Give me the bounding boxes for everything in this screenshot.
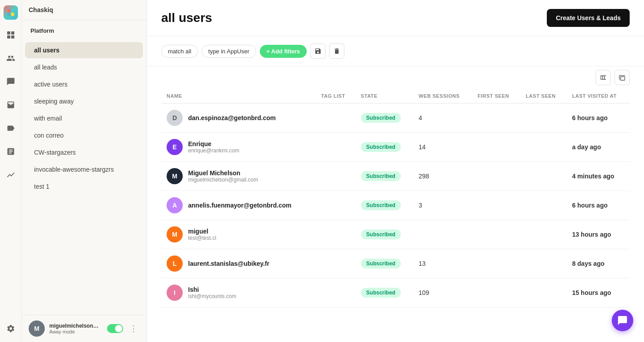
columns-view-button[interactable] (596, 70, 611, 85)
nav-chat-icon[interactable] (3, 74, 19, 90)
user-first-seen (472, 162, 520, 191)
icon-sidebar (0, 0, 21, 342)
type-filter[interactable]: type in AppUser (202, 45, 256, 58)
user-avatar: M (167, 168, 183, 184)
away-mode-toggle[interactable] (107, 324, 123, 333)
user-display-name: laurent.stanislas@ubikey.fr (188, 260, 269, 267)
card-view-button[interactable] (614, 70, 630, 85)
nav-article-icon[interactable] (3, 143, 19, 160)
table-row[interactable]: D dan.espinoza@getonbrd.com Subscribed46… (161, 104, 630, 133)
user-display-name: miguel (188, 228, 216, 235)
nav-grid-icon[interactable] (3, 27, 19, 43)
app-name: Chaskiq (29, 6, 53, 13)
user-web-sessions: 14 (413, 133, 472, 162)
table-controls (147, 66, 644, 89)
user-state: Subscribed (356, 191, 413, 220)
user-last-seen (520, 249, 567, 278)
svg-rect-7 (11, 35, 14, 39)
table-header: NAME TAG LIST STATE WEB SESSIONS FIRST S… (161, 89, 630, 104)
user-display-name: dan.espinoza@getonbrd.com (188, 114, 276, 121)
user-last-seen (520, 104, 567, 133)
user-name-cell: M Miguel Michelson miguelmichelson@gmail… (161, 162, 316, 191)
nav-chart-icon[interactable] (3, 167, 19, 183)
svg-point-1 (11, 9, 14, 13)
subscribed-badge: Subscribed (361, 171, 401, 181)
user-name-cell: I Ishi ishi@mycounts.com (161, 278, 316, 307)
user-last-visited-at: 15 hours ago (567, 278, 630, 307)
sidebar-nav: all usersall leadsactive userssleeping a… (21, 38, 146, 315)
subscribed-badge: Subscribed (361, 229, 401, 239)
user-info: Miguel Michelson miguelmichelson@gmail.c… (188, 169, 258, 183)
sidebar-item-with-email[interactable]: with email (25, 110, 143, 126)
sidebar-item-cw-stargazers[interactable]: CW-stargazers (25, 144, 143, 160)
save-filter-button[interactable] (310, 43, 326, 59)
col-last-seen: LAST SEEN (520, 89, 567, 104)
user-tag-list (316, 220, 356, 249)
nav-settings-icon[interactable] (3, 320, 19, 337)
user-avatar: I (167, 285, 183, 301)
table-row[interactable]: A annelis.fuenmayor@getonbrd.com Subscri… (161, 191, 630, 220)
sidebar-item-sleeping-away[interactable]: sleeping away (25, 93, 143, 109)
col-tag-list: TAG LIST (316, 89, 356, 104)
sidebar-item-con-correo[interactable]: con correo (25, 127, 143, 143)
subscribed-badge: Subscribed (361, 259, 401, 268)
table-row[interactable]: E Enrique enrique@rankmi.com Subscribed1… (161, 133, 630, 162)
table-row[interactable]: I Ishi ishi@mycounts.com Subscribed10915… (161, 278, 630, 307)
table-row[interactable]: M Miguel Michelson miguelmichelson@gmail… (161, 162, 630, 191)
user-web-sessions: 109 (413, 278, 472, 307)
app-logo (4, 5, 18, 20)
user-avatar: L (167, 255, 183, 272)
user-state: Subscribed (356, 104, 413, 133)
delete-filter-button[interactable] (329, 43, 344, 59)
user-last-seen (520, 162, 567, 191)
user-web-sessions: 4 (413, 104, 472, 133)
col-first-seen: FIRST SEEN (472, 89, 520, 104)
table-row[interactable]: M miguel test@test.cl Subscribed13 hours… (161, 220, 630, 249)
nav-inbox-icon[interactable] (3, 97, 19, 113)
user-avatar: A (167, 197, 183, 213)
user-first-seen (472, 191, 520, 220)
sidebar-item-all-leads[interactable]: all leads (25, 59, 143, 75)
nav-people-icon[interactable] (3, 50, 19, 66)
col-last-visited-at: LAST VISITED AT (567, 89, 630, 104)
user-last-visited-at: 4 minutes ago (567, 162, 630, 191)
user-first-seen (472, 220, 520, 249)
sidebar-item-invocable-awesome-stargzrs[interactable]: invocable-awesome-stargzrs (25, 161, 143, 177)
footer-info: miguelmichelson@g... Away mode (49, 323, 103, 334)
table-row[interactable]: L laurent.stanislas@ubikey.fr Subscribed… (161, 249, 630, 278)
user-state: Subscribed (356, 278, 413, 307)
col-name: NAME (161, 89, 316, 104)
more-options-icon[interactable]: ⋮ (128, 322, 139, 335)
col-state: STATE (356, 89, 413, 104)
sidebar-item-all-users[interactable]: all users (25, 42, 143, 58)
chat-fab-button[interactable] (612, 310, 633, 331)
user-state: Subscribed (356, 162, 413, 191)
match-all-filter[interactable]: match all (161, 45, 198, 58)
user-tag-list (316, 278, 356, 307)
user-name-cell: A annelis.fuenmayor@getonbrd.com (161, 191, 316, 220)
user-display-name: annelis.fuenmayor@getonbrd.com (188, 202, 292, 209)
svg-rect-6 (7, 35, 10, 39)
create-users-leads-button[interactable]: Create Users & Leads (547, 9, 630, 27)
user-info: Ishi ishi@mycounts.com (188, 286, 236, 299)
col-web-sessions: WEB SESSIONS (413, 89, 472, 104)
user-last-visited-at: 6 hours ago (567, 104, 630, 133)
user-info: Enrique enrique@rankmi.com (188, 140, 239, 154)
sidebar-item-active-users[interactable]: active users (25, 76, 143, 92)
add-filters-button[interactable]: + Add filters (260, 45, 307, 58)
user-display-name: Miguel Michelson (188, 169, 258, 177)
svg-point-3 (11, 13, 14, 16)
subscribed-badge: Subscribed (361, 142, 401, 152)
user-web-sessions (413, 220, 472, 249)
user-avatar: E (167, 139, 183, 155)
nav-tag-icon[interactable] (3, 120, 19, 136)
sidebar: Chaskiq Platform all usersall leadsactiv… (21, 0, 147, 342)
users-table-wrap: NAME TAG LIST STATE WEB SESSIONS FIRST S… (147, 89, 644, 342)
sidebar-item-test-1[interactable]: test 1 (25, 178, 143, 195)
footer-status: Away mode (49, 329, 103, 334)
save-icon (314, 48, 322, 55)
user-tag-list (316, 191, 356, 220)
user-avatar: D (167, 110, 183, 126)
main-content: all users Create Users & Leads match all… (147, 0, 644, 342)
user-first-seen (472, 249, 520, 278)
